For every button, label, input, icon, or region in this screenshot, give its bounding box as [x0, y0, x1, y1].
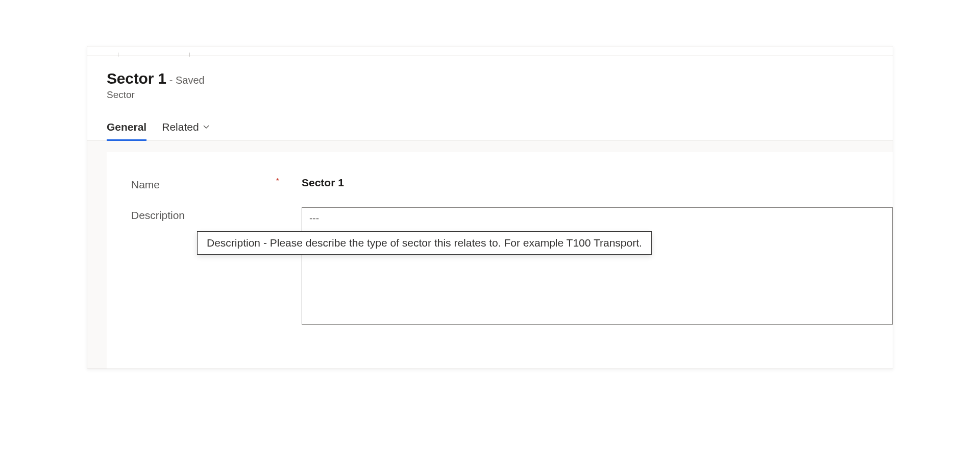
tab-general-label: General — [107, 121, 146, 133]
name-value[interactable]: Sector 1 — [286, 177, 344, 189]
description-label-text: Description — [131, 209, 185, 221]
name-label: Name — [131, 177, 274, 191]
form-body: Name * Sector 1 Description * Descriptio… — [87, 141, 893, 369]
description-tooltip: Description - Please describe the type o… — [197, 231, 652, 255]
record-title: Sector 1 — [107, 70, 166, 87]
chevron-down-icon — [202, 121, 210, 133]
tab-list: General Related — [87, 108, 893, 141]
command-bar-placeholder — [87, 46, 893, 56]
record-form: Sector 1 - Saved Sector General Related … — [87, 46, 893, 369]
entity-name: Sector — [107, 89, 873, 101]
name-label-text: Name — [131, 179, 160, 190]
field-description-row: Description * Description - Please descr… — [131, 207, 893, 327]
field-name-row: Name * Sector 1 — [131, 177, 893, 191]
tab-related[interactable]: Related — [162, 121, 210, 141]
description-label: Description — [131, 207, 274, 222]
description-input[interactable] — [302, 207, 893, 325]
tab-general[interactable]: General — [107, 121, 146, 141]
required-star-icon: * — [276, 177, 286, 185]
form-header: Sector 1 - Saved Sector — [87, 56, 893, 108]
tab-related-label: Related — [162, 121, 199, 133]
save-status: - Saved — [169, 75, 205, 86]
